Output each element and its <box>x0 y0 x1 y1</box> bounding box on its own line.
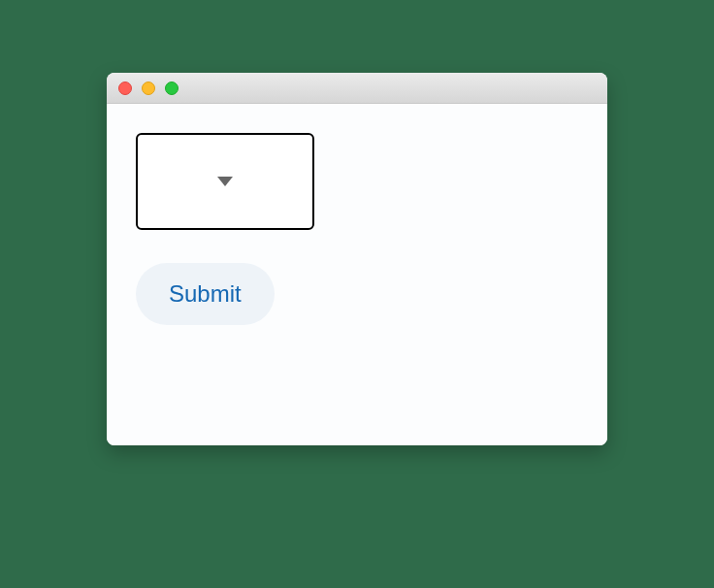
submit-button[interactable]: Submit <box>136 263 275 325</box>
close-window-button[interactable] <box>118 82 132 95</box>
chevron-down-icon <box>217 177 233 186</box>
dropdown-select[interactable] <box>136 133 314 230</box>
window-titlebar <box>107 73 607 104</box>
application-window: Submit <box>107 73 607 445</box>
minimize-window-button[interactable] <box>142 82 155 95</box>
window-content: Submit <box>107 104 607 445</box>
maximize-window-button[interactable] <box>165 82 178 95</box>
svg-marker-0 <box>217 177 233 186</box>
